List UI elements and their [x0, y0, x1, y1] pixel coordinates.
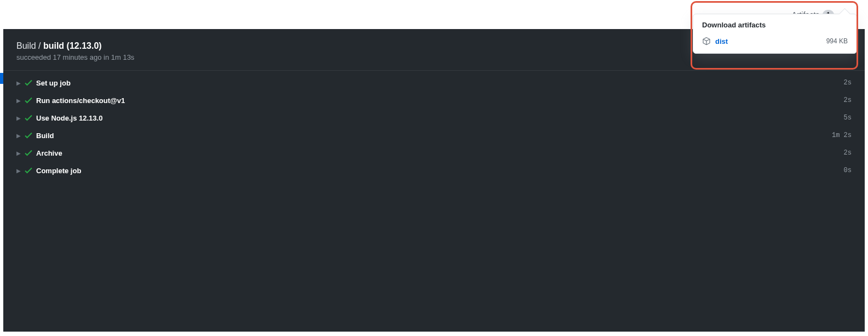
workflow-name: Build [16, 41, 36, 50]
step-row[interactable]: ▶ Run actions/checkout@v1 2s [3, 92, 865, 109]
job-status-line: succeeded 17 minutes ago in 1m 13s [16, 53, 852, 61]
step-duration: 0s [844, 167, 852, 174]
step-duration: 2s [844, 149, 852, 157]
steps-list: ▶ Set up job 2s ▶ Run actions/checkout@v… [3, 71, 865, 183]
check-icon [24, 96, 36, 105]
step-row[interactable]: ▶ Archive 2s [3, 144, 865, 162]
title-separator: / [36, 41, 43, 50]
check-icon [24, 149, 36, 157]
check-icon [24, 113, 36, 122]
artifact-row[interactable]: dist 994 KB [693, 35, 856, 53]
step-name: Run actions/checkout@v1 [36, 96, 844, 105]
step-name: Archive [36, 149, 844, 157]
job-log-panel: Build / build (12.13.0) succeeded 17 min… [3, 29, 865, 332]
dropdown-title: Download artifacts [693, 14, 856, 35]
chevron-right-icon: ▶ [16, 133, 24, 139]
step-duration: 5s [844, 114, 852, 122]
package-icon [702, 37, 711, 45]
job-name: build (12.13.0) [43, 41, 102, 50]
artifacts-dropdown: Download artifacts dist 994 KB [693, 14, 857, 54]
check-icon [24, 131, 36, 140]
step-row[interactable]: ▶ Use Node.js 12.13.0 5s [3, 109, 865, 127]
step-name: Complete job [36, 167, 844, 175]
artifact-name-link[interactable]: dist [715, 37, 826, 45]
chevron-right-icon: ▶ [16, 98, 24, 104]
step-row[interactable]: ▶ Complete job 0s [3, 162, 865, 179]
chevron-right-icon: ▶ [16, 115, 24, 121]
step-name: Build [36, 132, 832, 140]
chevron-right-icon: ▶ [16, 150, 24, 156]
step-row[interactable]: ▶ Set up job 2s [3, 74, 865, 92]
step-name: Set up job [36, 79, 844, 87]
step-name: Use Node.js 12.13.0 [36, 114, 844, 122]
step-duration: 1m 2s [832, 132, 852, 139]
step-duration: 2s [844, 96, 852, 104]
artifact-size: 994 KB [826, 37, 848, 45]
chevron-right-icon: ▶ [16, 168, 24, 174]
step-duration: 2s [844, 79, 852, 87]
check-icon [24, 166, 36, 175]
check-icon [24, 78, 36, 87]
chevron-right-icon: ▶ [16, 80, 24, 86]
progress-indicator [0, 73, 3, 84]
step-row[interactable]: ▶ Build 1m 2s [3, 127, 865, 144]
